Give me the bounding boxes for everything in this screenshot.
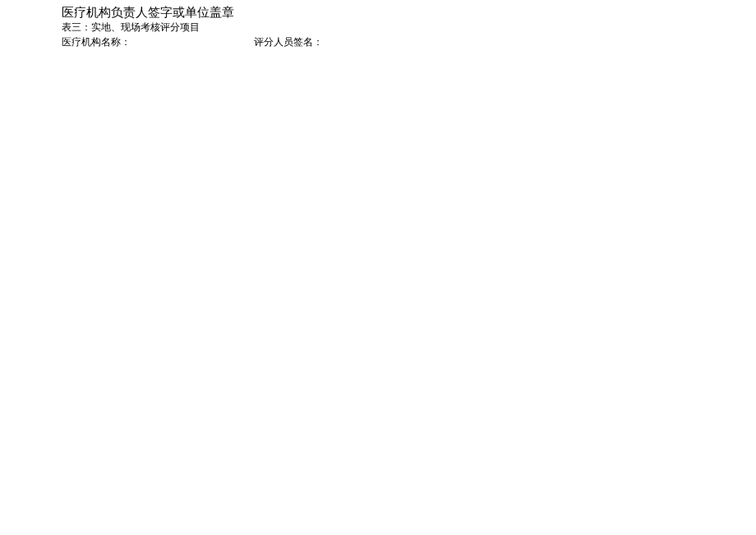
institution-name-label: 医疗机构名称：	[62, 35, 131, 48]
scorer-signature-label: 评分人员签名：	[254, 35, 323, 48]
document-heading: 医疗机构负责人签字或单位盖章	[62, 4, 323, 21]
table-title: 表三：实地、现场考核评分项目	[62, 21, 323, 34]
signature-line: 医疗机构名称：评分人员签名：	[62, 35, 323, 48]
document-content: 医疗机构负责人签字或单位盖章 表三：实地、现场考核评分项目 医疗机构名称：评分人…	[62, 4, 323, 48]
